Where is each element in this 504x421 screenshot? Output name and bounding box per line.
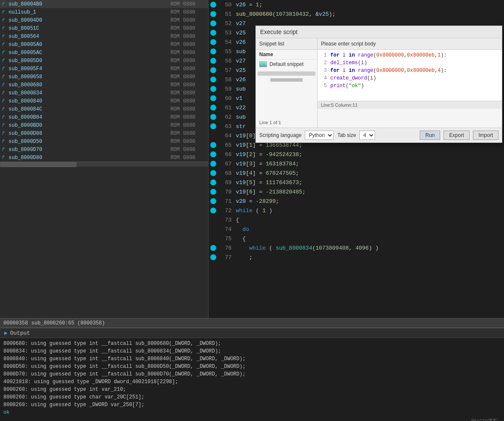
script-line-num: 5: [319, 82, 327, 90]
sidebar-item[interactable]: f sub_8000D08 ROM 0800: [0, 129, 208, 137]
func-addr: 0800: [183, 147, 206, 153]
func-type: ROM: [158, 26, 180, 31]
sidebar-item[interactable]: f sub_80051C ROM 0800: [0, 24, 208, 32]
func-addr: 0800: [183, 131, 206, 137]
func-addr: 0800: [183, 155, 206, 161]
output-line: 8000834: using guessed type int __fastca…: [3, 347, 501, 355]
func-icon: f: [2, 155, 7, 160]
sidebar-item[interactable]: f sub_80004B0 ROM 0800: [0, 0, 208, 8]
status-location: sub_8000260:65 (8000358): [32, 320, 105, 326]
func-name: sub_8000680: [9, 82, 158, 88]
script-line-num: 1: [319, 51, 327, 59]
func-type: ROM: [158, 82, 180, 88]
sidebar[interactable]: f sub_80004B0 ROM 0800f nullsub_1 ROM 08…: [0, 0, 209, 318]
sidebar-hscrollbar[interactable]: [0, 162, 208, 167]
snippet-list-label: Snippet list: [256, 38, 317, 50]
script-status: Line:5 Column:11: [318, 101, 502, 109]
default-snippet-label: Default snippet: [269, 61, 304, 67]
sidebar-item[interactable]: f sub_80004D0 ROM 0800: [0, 16, 208, 24]
func-type: ROM: [158, 155, 180, 161]
import-button[interactable]: Import: [473, 131, 498, 140]
run-button[interactable]: Run: [420, 131, 440, 140]
func-type: ROM: [158, 106, 180, 112]
dialog-body: Snippet list Name Default snippet: [256, 38, 502, 128]
func-addr: 0800: [183, 139, 206, 145]
snippet-panel: Snippet list Name Default snippet: [256, 38, 318, 128]
func-type: ROM: [158, 98, 180, 104]
func-icon: f: [2, 10, 7, 15]
dialog-overlay: Execute script Snippet list Name Default…: [209, 0, 504, 318]
func-addr: 0800: [183, 17, 206, 23]
output-line: 8000260: using guessed type int var_210;: [3, 386, 501, 393]
dialog-title: Execute script: [260, 28, 298, 35]
scripting-lang-select[interactable]: Python: [305, 131, 334, 140]
sidebar-item[interactable]: f sub_8000D50 ROM 0800: [0, 137, 208, 145]
func-addr: 0800: [183, 90, 206, 96]
script-editor[interactable]: 1for i in range(0x8000000,0x80000eb,1):2…: [318, 50, 502, 101]
sidebar-item[interactable]: f sub_800084C ROM 0800: [0, 105, 208, 113]
dialog-footer: Scripting language Python Tab size 4 Run…: [256, 128, 502, 142]
script-line-code: print("ok"): [330, 82, 364, 90]
func-addr: 0800: [183, 98, 206, 104]
sidebar-item[interactable]: f nullsub_1 ROM 0800: [0, 8, 208, 16]
sidebar-item[interactable]: f sub_8000D70 ROM 0800: [0, 145, 208, 154]
sidebar-item[interactable]: f sub_8000680 ROM 0800: [0, 81, 208, 89]
copyright-text: @51CTO博客: [3, 416, 501, 421]
line-info: Line 1 of 1: [256, 117, 317, 128]
func-name: sub_8000D70: [9, 147, 158, 153]
output-line: 8000D70: using guessed type int __fastca…: [3, 370, 501, 378]
code-area[interactable]: 50v26 = 1;51sub_8000680(1073810432, &v25…: [209, 0, 504, 318]
output-line: 8000260: using guessed type char var_20C…: [3, 393, 501, 401]
func-name: sub_8000B84: [9, 114, 158, 120]
func-icon: f: [2, 115, 7, 120]
script-line-code: del_items(i): [330, 59, 367, 67]
tab-size-select[interactable]: 4: [359, 131, 375, 140]
func-type: ROM: [158, 66, 180, 72]
func-icon: f: [2, 99, 7, 104]
output-label: Output: [10, 330, 30, 336]
execute-script-dialog: Execute script Snippet list Name Default…: [255, 26, 502, 143]
func-icon: f: [2, 91, 7, 96]
func-icon: f: [2, 34, 7, 39]
snippet-scrollbar[interactable]: [258, 71, 315, 76]
func-name: sub_8000658: [9, 74, 158, 80]
script-line-num: 4: [319, 74, 327, 82]
func-addr: 0800: [183, 26, 206, 31]
main-container: f sub_80004B0 ROM 0800f nullsub_1 ROM 08…: [0, 0, 504, 421]
func-addr: 0800: [183, 82, 206, 88]
func-type: ROM: [158, 90, 180, 96]
script-line: 1for i in range(0x8000000,0x80000eb,1):: [319, 51, 500, 59]
func-name: sub_8000D80: [9, 155, 158, 161]
sidebar-item[interactable]: f sub_8000D80 ROM 0800: [0, 154, 208, 162]
output-ok: ok: [3, 409, 501, 416]
sidebar-item[interactable]: f sub_80005D0 ROM 0800: [0, 57, 208, 65]
func-icon: f: [2, 74, 7, 80]
func-addr: 0800: [183, 50, 206, 56]
func-type: ROM: [158, 58, 180, 64]
top-area: f sub_80004B0 ROM 0800f nullsub_1 ROM 08…: [0, 0, 504, 318]
sidebar-item[interactable]: f sub_80005A0 ROM 0800: [0, 40, 208, 48]
sidebar-item[interactable]: f sub_8000B84 ROM 0800: [0, 113, 208, 121]
func-name: sub_80004D0: [9, 17, 158, 23]
sidebar-item[interactable]: f sub_8000840 ROM 0800: [0, 97, 208, 105]
export-button[interactable]: Export: [444, 131, 470, 140]
func-type: ROM: [158, 74, 180, 80]
sidebar-item[interactable]: f sub_800564 ROM 0800: [0, 32, 208, 40]
func-type: ROM: [158, 17, 180, 23]
sidebar-item[interactable]: f sub_8000BD0 ROM 0800: [0, 121, 208, 129]
func-type: ROM: [158, 42, 180, 48]
func-icon: f: [2, 66, 7, 71]
default-snippet-item[interactable]: Default snippet: [256, 60, 317, 69]
output-panel[interactable]: ▶ Output 8000680: using guessed type int…: [0, 327, 504, 421]
script-line-code: for i in range(0x8000000,0x80000eb,1):: [330, 51, 447, 59]
sidebar-item[interactable]: f sub_8000658 ROM 0800: [0, 73, 208, 81]
sidebar-item[interactable]: f sub_80005AC ROM 0800: [0, 48, 208, 57]
script-body-header: Please enter script body: [318, 38, 502, 50]
script-line-code: for i in range(0x8000000,0x80000eb,4):: [330, 67, 447, 74]
func-type: ROM: [158, 114, 180, 120]
sidebar-item[interactable]: f sub_8000834 ROM 0800: [0, 89, 208, 97]
sidebar-item[interactable]: f sub_80005F4 ROM 0800: [0, 65, 208, 73]
output-icon: ▶: [4, 330, 8, 336]
script-line-num: 3: [319, 67, 327, 74]
func-icon: f: [2, 82, 7, 88]
